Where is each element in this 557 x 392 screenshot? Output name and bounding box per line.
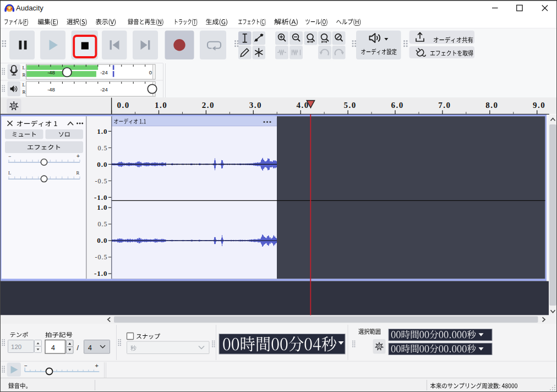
svg-text:0.0: 0.0 bbox=[97, 160, 107, 168]
svg-text:7.0: 7.0 bbox=[438, 101, 451, 110]
svg-text:1.0: 1.0 bbox=[97, 127, 107, 135]
svg-text:9.0: 9.0 bbox=[533, 101, 545, 110]
svg-text:R: R bbox=[23, 72, 26, 78]
svg-text:0: 0 bbox=[149, 69, 152, 75]
svg-text:-0.5: -0.5 bbox=[95, 253, 108, 261]
svg-text:4: 4 bbox=[51, 344, 55, 352]
svg-text:R: R bbox=[77, 170, 80, 176]
svg-text:1.0: 1.0 bbox=[97, 203, 107, 211]
svg-text:+: + bbox=[77, 153, 80, 159]
svg-text:3.0: 3.0 bbox=[249, 101, 262, 110]
svg-text:-1.0: -1.0 bbox=[94, 269, 108, 277]
svg-text:−: − bbox=[8, 154, 11, 159]
svg-text:Audacity: Audacity bbox=[16, 4, 43, 12]
svg-text:L: L bbox=[8, 170, 11, 176]
svg-text:0.0: 0.0 bbox=[97, 236, 107, 244]
svg-text:8.0: 8.0 bbox=[485, 101, 498, 110]
svg-text:+: + bbox=[95, 362, 99, 369]
svg-text:0.0: 0.0 bbox=[117, 101, 129, 110]
svg-text:-48: -48 bbox=[47, 69, 55, 75]
svg-text:1.0: 1.0 bbox=[155, 101, 167, 110]
svg-text:-1.0: -1.0 bbox=[94, 193, 108, 202]
svg-text:L: L bbox=[23, 65, 26, 70]
svg-text:-0.5: -0.5 bbox=[95, 177, 108, 185]
svg-text:4: 4 bbox=[88, 344, 92, 352]
svg-text:/: / bbox=[77, 344, 79, 352]
svg-text:2.0: 2.0 bbox=[202, 101, 215, 110]
svg-text:5.0: 5.0 bbox=[343, 101, 356, 110]
svg-text:0.5: 0.5 bbox=[98, 144, 108, 152]
svg-text:-24: -24 bbox=[100, 86, 108, 92]
svg-text:-24: -24 bbox=[100, 69, 108, 75]
svg-text:R: R bbox=[23, 89, 26, 95]
svg-text:0.5: 0.5 bbox=[98, 220, 108, 228]
svg-text:120: 120 bbox=[11, 344, 21, 350]
svg-text:6.0: 6.0 bbox=[391, 101, 403, 110]
svg-text:-48: -48 bbox=[47, 86, 55, 92]
svg-text:L: L bbox=[23, 82, 26, 88]
